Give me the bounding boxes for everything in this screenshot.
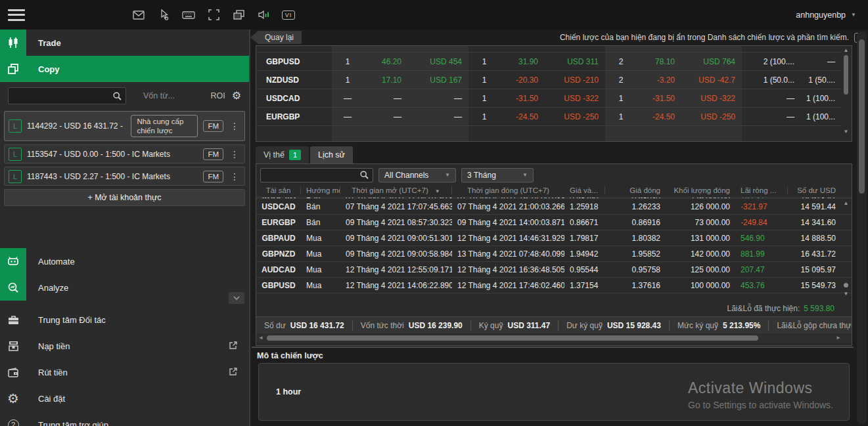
- column-header[interactable]: Giá và...: [564, 186, 605, 194]
- history-cell: Bán: [301, 218, 340, 227]
- column-header[interactable]: Số dư USD: [788, 186, 841, 194]
- ctrader-copy-app: VI anhnguyenbp ▼ Trade Copy Vốn từ... RO…: [0, 0, 868, 426]
- history-row[interactable]: GBPUSDMua12 Tháng 4 2021 14:06:22.89012 …: [256, 278, 852, 293]
- history-row[interactable]: AUDCADMua12 Tháng 4 2021 12:55:09.17112 …: [256, 262, 852, 278]
- windows-icon[interactable]: [231, 9, 246, 21]
- account-item[interactable]: L 1153547 - USD 0.00 - 1:500 - IC Market…: [4, 144, 245, 163]
- positions-row[interactable]: EURGBP———1-24.50USD -2501-24.50USD -250—…: [257, 108, 842, 126]
- period-dropdown[interactable]: 3 Tháng ▼: [461, 168, 534, 182]
- positions-cell: 1: [468, 112, 500, 121]
- history-cell: 12 Tháng 4 2021 16:36:48.505: [452, 265, 564, 274]
- section-divider: [252, 347, 854, 348]
- scroll-down-icon[interactable]: ▼: [842, 129, 850, 135]
- channels-value: All Channels: [384, 171, 428, 180]
- history-cell: 881.99: [735, 249, 788, 259]
- scroll-left-icon[interactable]: ◄: [258, 335, 263, 341]
- symbol-cell: NZDUSD: [257, 75, 332, 85]
- history-row[interactable]: USDCADBán07 Tháng 4 2021 17:07:45.66307 …: [256, 199, 852, 215]
- column-header[interactable]: Tài sản: [256, 186, 301, 194]
- status-item: Vốn tức thờiUSD 16 239.90: [353, 320, 471, 331]
- channels-dropdown[interactable]: All Channels ▼: [378, 168, 456, 182]
- scroll-up-icon[interactable]: ▲: [842, 47, 850, 53]
- scroll-up-icon[interactable]: ▲: [842, 200, 850, 206]
- scroll-down-icon[interactable]: ▼: [842, 291, 850, 297]
- kebab-menu-icon[interactable]: ⋮: [229, 121, 240, 131]
- history-cell: 12 Tháng 4 2021 14:06:22.890: [340, 281, 452, 290]
- sidebar-item-copy[interactable]: Copy: [0, 56, 249, 82]
- column-header[interactable]: Hướng mở: [301, 186, 340, 194]
- sidebar-item-deposit[interactable]: Nạp tiền: [0, 333, 249, 359]
- positions-cell: -31.50: [500, 94, 545, 103]
- von-tu-filter[interactable]: Vốn từ...: [143, 91, 175, 100]
- history-cell: EURGBP: [256, 218, 301, 227]
- symbol-cell: GBPUSD: [257, 57, 332, 66]
- column-header[interactable]: Thời gian đóng (UTC+7): [452, 186, 564, 194]
- history-scrollbar[interactable]: ▲ ▼: [842, 199, 850, 299]
- sidebar-item-partner-center[interactable]: Trung tâm Đối tác: [0, 307, 249, 333]
- tab-history[interactable]: Lịch sử: [310, 146, 353, 163]
- positions-row[interactable]: NZDUSD117.10USD 1671-20.30USD -2102-3.20…: [257, 71, 842, 89]
- sidebar-item-label: Copy: [38, 64, 60, 74]
- kebab-menu-icon[interactable]: ⋮: [229, 149, 240, 160]
- fullscreen-icon[interactable]: [206, 9, 221, 21]
- sidebar-item-analyze[interactable]: Analyze: [0, 274, 249, 301]
- sidebar-item-label: Cài đặt: [38, 394, 65, 404]
- roi-filter[interactable]: ROI: [210, 91, 225, 100]
- strategy-search-input[interactable]: [8, 87, 126, 104]
- menu-icon[interactable]: [8, 9, 25, 21]
- scrollbar-thumb[interactable]: [859, 39, 865, 194]
- positions-scrollbar[interactable]: ▲ ▼: [842, 47, 850, 140]
- column-header[interactable]: Giá đóng: [605, 186, 666, 194]
- history-row[interactable]: GBPAUDMua09 Tháng 4 2021 09:00:51.30112 …: [256, 230, 852, 246]
- scrollbar-thumb[interactable]: [267, 335, 758, 341]
- open-live-account-button[interactable]: + Mở tài khoản thực: [4, 189, 245, 206]
- candlestick-icon: [0, 30, 26, 56]
- robot-icon: [0, 248, 26, 274]
- history-cell: 09 Tháng 4 2021 08:57:30.323: [340, 218, 452, 227]
- language-vi-icon[interactable]: VI: [281, 9, 296, 21]
- history-cell: 0.86916: [605, 218, 666, 227]
- history-search-input[interactable]: [260, 168, 373, 182]
- positions-cell: USD 454: [408, 57, 468, 66]
- account-label: 1144292 - USD 16 431.72 - 1:500...: [27, 121, 126, 131]
- positions-cell: 1 (50.0...: [742, 75, 801, 85]
- column-header[interactable]: Khối lượng đóng: [666, 186, 735, 194]
- sidebar-item-help-center[interactable]: ? Trung tâm trợ giúp: [0, 412, 249, 426]
- account-item[interactable]: L 1144292 - USD 16 431.72 - 1:500... Nhà…: [4, 111, 245, 141]
- keyboard-icon[interactable]: [181, 9, 196, 21]
- history-cell: GBPUSD: [256, 281, 301, 290]
- tab-positions[interactable]: Vị thế 1: [256, 146, 309, 163]
- account-item[interactable]: L 1187443 - USD 2.27 - 1:500 - IC Market…: [4, 167, 245, 186]
- history-cell: 14 341.60: [788, 218, 841, 227]
- positions-cell: 78.10: [637, 57, 681, 66]
- history-row[interactable]: EURGBPBán09 Tháng 4 2021 08:57:30.32309 …: [256, 215, 852, 230]
- column-header[interactable]: Thời gian mở (UTC+7)▼: [340, 186, 452, 194]
- status-label: Ký quỹ: [479, 321, 503, 330]
- collapse-chevron-button[interactable]: [229, 292, 244, 304]
- user-menu[interactable]: anhnguyenbp ▼: [796, 11, 856, 20]
- chevron-down-icon: ▼: [445, 172, 450, 178]
- sidebar-item-withdraw[interactable]: Rút tiền: [0, 359, 249, 385]
- positions-cell: —: [742, 94, 801, 103]
- history-row[interactable]: GBPNZDMua09 Tháng 4 2021 09:00:58.98413 …: [256, 246, 852, 262]
- mail-icon[interactable]: [131, 9, 146, 21]
- scrollbar-thumb[interactable]: [844, 283, 848, 288]
- horizontal-scrollbar[interactable]: ◄ ►: [256, 333, 852, 343]
- scroll-right-icon[interactable]: ►: [836, 335, 841, 341]
- gear-icon[interactable]: ⚙: [232, 91, 241, 101]
- sidebar-item-settings[interactable]: ⚙ Cài đặt: [0, 385, 249, 412]
- sidebar-item-trade[interactable]: Trade: [0, 30, 249, 56]
- column-header[interactable]: Lãi ròng ...: [735, 186, 788, 194]
- back-button[interactable]: Quay lại: [258, 31, 302, 44]
- positions-row[interactable]: GBPUSD146.20USD 454131.90USD 311278.10US…: [257, 53, 842, 71]
- description-content: 1 hour: [276, 387, 301, 396]
- sidebar-item-automate[interactable]: Automate: [0, 248, 249, 274]
- account-label: 1187443 - USD 2.27 - 1:500 - IC Markets: [27, 172, 170, 181]
- positions-row[interactable]: USDCAD———1-31.50USD -3221-31.50USD -322—…: [257, 89, 842, 108]
- cursor-settings-icon[interactable]: [156, 9, 171, 21]
- volume-icon[interactable]: [256, 9, 271, 21]
- main-scrollbar[interactable]: [857, 32, 867, 424]
- scrollbar-thumb[interactable]: [844, 55, 848, 95]
- kebab-menu-icon[interactable]: ⋮: [229, 171, 240, 182]
- positions-cell: 1 (50....: [801, 75, 842, 85]
